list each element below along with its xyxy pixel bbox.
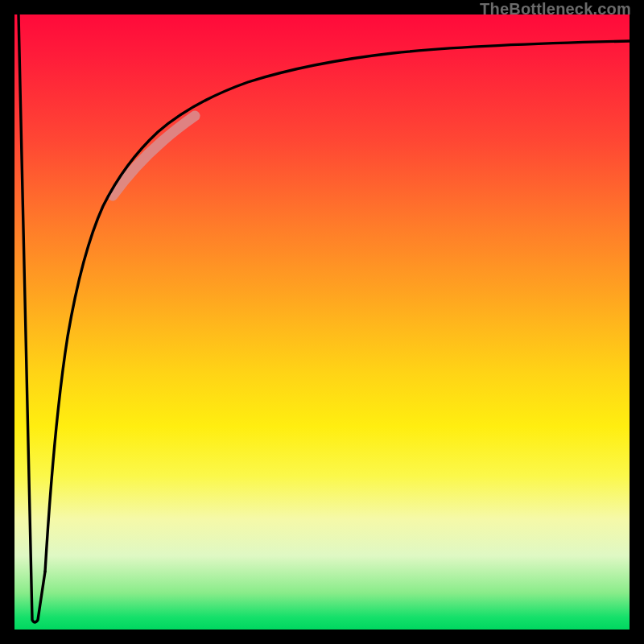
curve-layer: [14, 14, 630, 630]
watermark-text: TheBottleneck.com: [480, 0, 631, 19]
chart-frame: [0, 0, 644, 644]
highlight-segment: [113, 116, 195, 196]
main-curve: [45, 41, 630, 572]
spike-line: [19, 14, 45, 622]
